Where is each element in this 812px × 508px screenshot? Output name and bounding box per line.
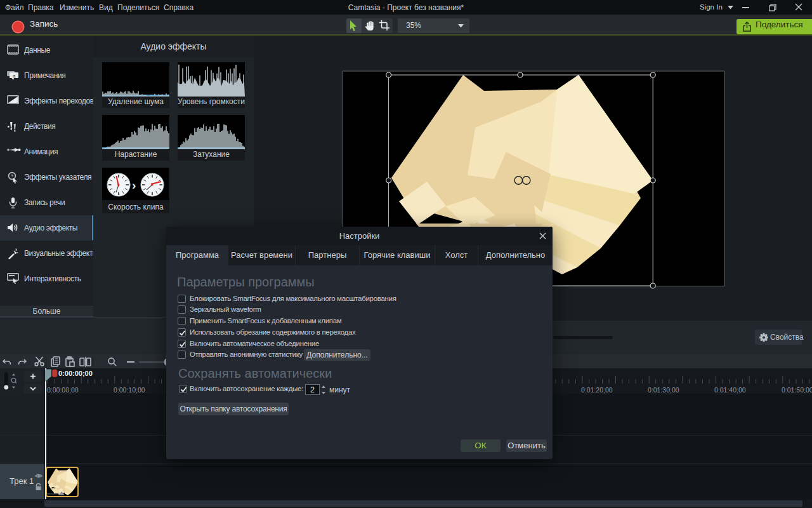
- svg-text:0:00:00;00: 0:00:00;00: [47, 386, 79, 394]
- svg-text:0:01:50;00: 0:01:50;00: [782, 386, 812, 394]
- svg-text:›: ›: [132, 178, 136, 192]
- svg-text:0:01:40;00: 0:01:40;00: [714, 386, 746, 394]
- svg-text:0:01:30;00: 0:01:30;00: [648, 386, 679, 394]
- svg-text:0:00:10;00: 0:00:10;00: [114, 386, 145, 394]
- svg-text:0:01:20;00: 0:01:20;00: [581, 386, 613, 394]
